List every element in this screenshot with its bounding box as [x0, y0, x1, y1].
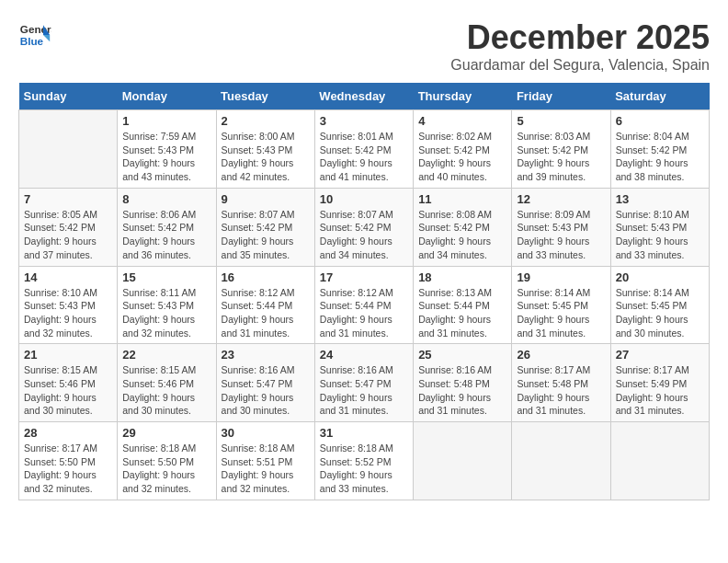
calendar-cell: 14Sunrise: 8:10 AMSunset: 5:43 PMDayligh… — [19, 266, 118, 344]
day-number: 27 — [616, 348, 704, 362]
logo: General Blue — [18, 18, 51, 52]
calendar-cell: 21Sunrise: 8:15 AMSunset: 5:46 PMDayligh… — [19, 344, 118, 422]
day-info: Sunrise: 8:07 AMSunset: 5:42 PMDaylight:… — [222, 208, 310, 262]
day-number: 25 — [418, 348, 506, 362]
calendar-cell: 11Sunrise: 8:08 AMSunset: 5:42 PMDayligh… — [414, 188, 512, 266]
weekday-header-wednesday: Wednesday — [314, 83, 413, 110]
day-number: 2 — [222, 114, 310, 128]
day-number: 22 — [122, 348, 210, 362]
calendar-cell — [610, 422, 709, 500]
calendar-cell: 4Sunrise: 8:02 AMSunset: 5:42 PMDaylight… — [414, 110, 512, 189]
weekday-header-sunday: Sunday — [19, 83, 118, 110]
day-info: Sunrise: 7:59 AMSunset: 5:43 PMDaylight:… — [122, 130, 210, 184]
day-number: 1 — [122, 114, 210, 128]
calendar-cell: 2Sunrise: 8:00 AMSunset: 5:43 PMDaylight… — [216, 110, 314, 189]
calendar-cell: 28Sunrise: 8:17 AMSunset: 5:50 PMDayligh… — [19, 422, 118, 500]
calendar-cell: 26Sunrise: 8:17 AMSunset: 5:48 PMDayligh… — [512, 344, 610, 422]
day-info: Sunrise: 8:03 AMSunset: 5:42 PMDaylight:… — [517, 130, 605, 184]
day-info: Sunrise: 8:14 AMSunset: 5:45 PMDaylight:… — [517, 286, 605, 340]
week-row-4: 21Sunrise: 8:15 AMSunset: 5:46 PMDayligh… — [19, 344, 710, 422]
calendar-cell: 30Sunrise: 8:18 AMSunset: 5:51 PMDayligh… — [216, 422, 314, 500]
day-info: Sunrise: 8:17 AMSunset: 5:48 PMDaylight:… — [517, 363, 605, 418]
day-number: 11 — [418, 192, 506, 206]
day-info: Sunrise: 8:11 AMSunset: 5:43 PMDaylight:… — [122, 286, 210, 340]
day-number: 8 — [122, 192, 210, 206]
day-info: Sunrise: 8:10 AMSunset: 5:43 PMDaylight:… — [616, 208, 704, 262]
calendar-cell: 23Sunrise: 8:16 AMSunset: 5:47 PMDayligh… — [216, 344, 314, 422]
day-number: 4 — [418, 114, 506, 128]
day-info: Sunrise: 8:15 AMSunset: 5:46 PMDaylight:… — [24, 363, 112, 418]
calendar-cell: 27Sunrise: 8:17 AMSunset: 5:49 PMDayligh… — [610, 344, 709, 422]
weekday-header-friday: Friday — [512, 83, 610, 110]
day-number: 5 — [517, 114, 605, 128]
title-area: December 2025 Guardamar del Segura, Vale… — [450, 18, 710, 74]
calendar-cell: 3Sunrise: 8:01 AMSunset: 5:42 PMDaylight… — [314, 110, 413, 189]
header: General Blue December 2025 Guardamar del… — [18, 18, 710, 74]
day-info: Sunrise: 8:07 AMSunset: 5:42 PMDaylight:… — [320, 208, 408, 262]
day-number: 17 — [320, 270, 408, 284]
day-number: 16 — [222, 270, 310, 284]
week-row-3: 14Sunrise: 8:10 AMSunset: 5:43 PMDayligh… — [19, 266, 710, 344]
day-number: 28 — [24, 426, 112, 440]
calendar-cell: 17Sunrise: 8:12 AMSunset: 5:44 PMDayligh… — [314, 266, 413, 344]
svg-text:Blue: Blue — [20, 35, 44, 47]
calendar-cell: 22Sunrise: 8:15 AMSunset: 5:46 PMDayligh… — [118, 344, 216, 422]
day-info: Sunrise: 8:17 AMSunset: 5:49 PMDaylight:… — [616, 363, 704, 418]
day-number: 6 — [616, 114, 704, 128]
day-number: 10 — [320, 192, 408, 206]
week-row-1: 1Sunrise: 7:59 AMSunset: 5:43 PMDaylight… — [19, 110, 710, 189]
day-number: 3 — [320, 114, 408, 128]
day-info: Sunrise: 8:10 AMSunset: 5:43 PMDaylight:… — [24, 286, 112, 340]
day-info: Sunrise: 8:18 AMSunset: 5:50 PMDaylight:… — [122, 442, 210, 496]
day-info: Sunrise: 8:13 AMSunset: 5:44 PMDaylight:… — [418, 286, 506, 340]
calendar-cell: 25Sunrise: 8:16 AMSunset: 5:48 PMDayligh… — [414, 344, 512, 422]
calendar-cell — [19, 110, 118, 189]
day-number: 7 — [24, 192, 112, 206]
day-number: 15 — [122, 270, 210, 284]
day-number: 24 — [320, 348, 408, 362]
day-info: Sunrise: 8:16 AMSunset: 5:47 PMDaylight:… — [320, 363, 408, 418]
calendar-cell: 15Sunrise: 8:11 AMSunset: 5:43 PMDayligh… — [118, 266, 216, 344]
calendar-cell: 31Sunrise: 8:18 AMSunset: 5:52 PMDayligh… — [314, 422, 413, 500]
weekday-header-thursday: Thursday — [414, 83, 512, 110]
day-info: Sunrise: 8:01 AMSunset: 5:42 PMDaylight:… — [320, 130, 408, 184]
logo-icon: General Blue — [18, 18, 51, 52]
day-info: Sunrise: 8:12 AMSunset: 5:44 PMDaylight:… — [222, 286, 310, 340]
day-number: 18 — [418, 270, 506, 284]
weekday-header-tuesday: Tuesday — [216, 83, 314, 110]
day-number: 23 — [222, 348, 310, 362]
day-info: Sunrise: 8:16 AMSunset: 5:48 PMDaylight:… — [418, 363, 506, 418]
calendar-cell: 10Sunrise: 8:07 AMSunset: 5:42 PMDayligh… — [314, 188, 413, 266]
day-info: Sunrise: 8:18 AMSunset: 5:52 PMDaylight:… — [320, 442, 408, 496]
day-number: 9 — [222, 192, 310, 206]
svg-marker-3 — [43, 35, 50, 41]
weekday-header-saturday: Saturday — [610, 83, 709, 110]
day-number: 31 — [320, 426, 408, 440]
week-row-5: 28Sunrise: 8:17 AMSunset: 5:50 PMDayligh… — [19, 422, 710, 500]
day-number: 21 — [24, 348, 112, 362]
day-info: Sunrise: 8:00 AMSunset: 5:43 PMDaylight:… — [222, 130, 310, 184]
day-info: Sunrise: 8:12 AMSunset: 5:44 PMDaylight:… — [320, 286, 408, 340]
calendar-cell: 19Sunrise: 8:14 AMSunset: 5:45 PMDayligh… — [512, 266, 610, 344]
day-number: 20 — [616, 270, 704, 284]
day-info: Sunrise: 8:05 AMSunset: 5:42 PMDaylight:… — [24, 208, 112, 262]
calendar-cell: 13Sunrise: 8:10 AMSunset: 5:43 PMDayligh… — [610, 188, 709, 266]
day-info: Sunrise: 8:15 AMSunset: 5:46 PMDaylight:… — [122, 363, 210, 418]
weekday-header-monday: Monday — [118, 83, 216, 110]
calendar-cell: 29Sunrise: 8:18 AMSunset: 5:50 PMDayligh… — [118, 422, 216, 500]
weekday-header-row: SundayMondayTuesdayWednesdayThursdayFrid… — [19, 83, 710, 110]
day-number: 12 — [517, 192, 605, 206]
calendar-cell: 8Sunrise: 8:06 AMSunset: 5:42 PMDaylight… — [118, 188, 216, 266]
calendar-cell: 1Sunrise: 7:59 AMSunset: 5:43 PMDaylight… — [118, 110, 216, 189]
calendar-cell: 20Sunrise: 8:14 AMSunset: 5:45 PMDayligh… — [610, 266, 709, 344]
calendar-cell: 18Sunrise: 8:13 AMSunset: 5:44 PMDayligh… — [414, 266, 512, 344]
calendar-cell: 9Sunrise: 8:07 AMSunset: 5:42 PMDaylight… — [216, 188, 314, 266]
day-info: Sunrise: 8:02 AMSunset: 5:42 PMDaylight:… — [418, 130, 506, 184]
day-info: Sunrise: 8:18 AMSunset: 5:51 PMDaylight:… — [222, 442, 310, 496]
day-info: Sunrise: 8:08 AMSunset: 5:42 PMDaylight:… — [418, 208, 506, 262]
day-info: Sunrise: 8:16 AMSunset: 5:47 PMDaylight:… — [222, 363, 310, 418]
calendar-cell: 12Sunrise: 8:09 AMSunset: 5:43 PMDayligh… — [512, 188, 610, 266]
calendar-cell: 5Sunrise: 8:03 AMSunset: 5:42 PMDaylight… — [512, 110, 610, 189]
location-title: Guardamar del Segura, Valencia, Spain — [450, 57, 710, 74]
calendar-cell — [512, 422, 610, 500]
